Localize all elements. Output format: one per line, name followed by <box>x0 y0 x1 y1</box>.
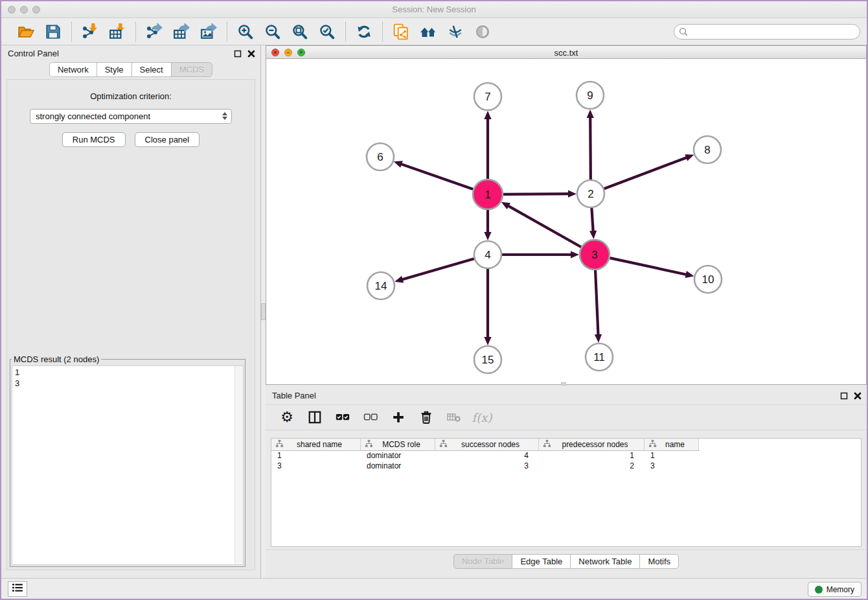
vertical-splitter[interactable] <box>261 303 266 320</box>
sort-icon[interactable] <box>439 439 448 450</box>
network-node-1[interactable]: 1 <box>473 179 503 209</box>
unselect-all-columns-icon[interactable] <box>362 409 379 426</box>
network-node-6[interactable]: 6 <box>367 143 394 170</box>
result-scrollbar[interactable] <box>234 366 243 564</box>
network-edge-1-6[interactable] <box>394 161 474 189</box>
network-node-4[interactable]: 4 <box>474 241 501 268</box>
zoom-in-icon[interactable] <box>236 23 255 41</box>
network-node-10[interactable]: 10 <box>694 266 722 293</box>
preview-icon[interactable] <box>474 23 492 41</box>
table-cell[interactable]: 3 <box>435 461 539 472</box>
refresh-icon[interactable] <box>355 23 373 41</box>
add-column-icon[interactable] <box>390 409 407 426</box>
table-cell[interactable]: 1 <box>645 451 699 461</box>
export-network-icon[interactable] <box>145 23 163 41</box>
tab-mcds[interactable]: MCDS <box>171 62 212 77</box>
network-node-8[interactable]: 8 <box>694 136 721 163</box>
table-cell[interactable]: dominator <box>361 461 435 472</box>
export-image-icon[interactable] <box>200 23 218 41</box>
node-label: 9 <box>587 89 593 102</box>
import-table-icon[interactable] <box>108 23 126 41</box>
network-edge-4-3[interactable] <box>502 251 579 258</box>
network-node-9[interactable]: 9 <box>577 82 604 109</box>
network-node-15[interactable]: 15 <box>474 346 501 373</box>
settings-icon[interactable]: ⚙ <box>279 409 295 426</box>
zoom-selected-icon[interactable] <box>318 23 336 41</box>
network-node-2[interactable]: 2 <box>577 180 604 207</box>
close-panel-icon[interactable] <box>247 49 255 58</box>
network-node-7[interactable]: 7 <box>474 83 501 110</box>
home-icon[interactable] <box>419 23 437 41</box>
hide-panels-icon[interactable] <box>446 23 464 41</box>
table-cell[interactable]: 1 <box>271 451 361 461</box>
sort-icon[interactable] <box>648 439 657 450</box>
table-cell[interactable]: 1 <box>539 451 645 461</box>
network-node-11[interactable]: 11 <box>586 343 613 371</box>
save-session-icon[interactable] <box>44 23 62 41</box>
tab-select[interactable]: Select <box>131 62 172 77</box>
network-node-14[interactable]: 14 <box>367 272 394 299</box>
tab-network-table[interactable]: Network Table <box>570 554 640 569</box>
table-cell[interactable]: 2 <box>539 461 645 472</box>
horizontal-splitter[interactable] <box>561 382 566 386</box>
copy-style-icon[interactable] <box>392 23 410 41</box>
mcds-panel: Optimization criterion: strongly connect… <box>6 79 255 570</box>
network-edge-1-2[interactable] <box>503 190 577 198</box>
node-label: 15 <box>482 354 494 366</box>
run-mcds-button[interactable]: Run MCDS <box>62 132 126 147</box>
close-panel-button[interactable]: Close panel <box>135 132 200 147</box>
sort-icon[interactable] <box>275 439 284 450</box>
delete-column-icon[interactable] <box>418 409 435 426</box>
split-panel-icon[interactable] <box>306 409 323 426</box>
column-header-name[interactable]: name <box>645 439 699 451</box>
table-cell[interactable]: 4 <box>435 451 539 461</box>
network-edge-2-3[interactable] <box>589 208 597 239</box>
network-edge-4-14[interactable] <box>394 259 474 283</box>
open-session-icon[interactable] <box>17 23 35 41</box>
column-header-predecessor-nodes[interactable]: predecessor nodes <box>539 439 645 451</box>
table-cell[interactable]: 3 <box>645 461 699 472</box>
node-label: 10 <box>702 273 714 286</box>
network-edge-2-8[interactable] <box>604 154 694 189</box>
tab-edge-table[interactable]: Edge Table <box>512 554 571 569</box>
criterion-select[interactable]: strongly connected component <box>30 109 232 124</box>
mcds-result-text: 1 3 <box>12 366 243 389</box>
automation-panel-button[interactable] <box>8 581 27 597</box>
float-table-panel-icon[interactable] <box>839 391 848 400</box>
search-input[interactable] <box>674 24 860 40</box>
column-header-successor-nodes[interactable]: successor nodes <box>435 439 539 451</box>
table-cell[interactable]: dominator <box>361 451 435 461</box>
column-header-MCDS-role[interactable]: MCDS role <box>361 439 435 451</box>
network-edge-1-7[interactable] <box>484 111 491 179</box>
sort-icon[interactable] <box>365 439 373 450</box>
network-edge-3-10[interactable] <box>610 258 694 278</box>
network-window-title: scc.txt <box>266 48 866 58</box>
network-edge-3-1[interactable] <box>501 202 581 247</box>
network-edge-2-9[interactable] <box>587 110 594 179</box>
import-network-icon[interactable] <box>81 23 99 41</box>
zoom-fit-icon[interactable] <box>291 23 309 41</box>
tab-network[interactable]: Network <box>49 62 97 77</box>
network-edge-3-11[interactable] <box>595 270 602 343</box>
network-edge-4-15[interactable] <box>484 269 491 345</box>
network-canvas[interactable]: 7968124314101511 <box>266 59 866 384</box>
float-panel-icon[interactable] <box>233 49 242 58</box>
tab-node-table[interactable]: Node Table <box>453 554 513 569</box>
network-node-3[interactable]: 3 <box>580 240 610 270</box>
close-table-panel-icon[interactable] <box>853 391 862 400</box>
tab-motifs[interactable]: Motifs <box>639 554 679 569</box>
tab-style[interactable]: Style <box>97 62 132 77</box>
zoom-out-icon[interactable] <box>264 23 282 41</box>
memory-status-icon <box>815 586 823 594</box>
mcds-result-box[interactable]: 1 3 <box>12 365 244 565</box>
table-row[interactable]: 3dominator323 <box>271 461 861 472</box>
export-table-icon[interactable] <box>172 23 190 41</box>
table-cell[interactable]: 3 <box>271 461 361 472</box>
node-table: shared nameMCDS rolesuccessor nodesprede… <box>271 438 862 547</box>
column-header-shared-name[interactable]: shared name <box>271 439 361 451</box>
memory-button[interactable]: Memory <box>808 582 862 597</box>
select-all-columns-icon[interactable] <box>334 409 351 426</box>
sort-icon[interactable] <box>543 439 551 450</box>
table-row[interactable]: 1dominator411 <box>271 451 861 461</box>
network-edge-1-4[interactable] <box>484 210 491 240</box>
